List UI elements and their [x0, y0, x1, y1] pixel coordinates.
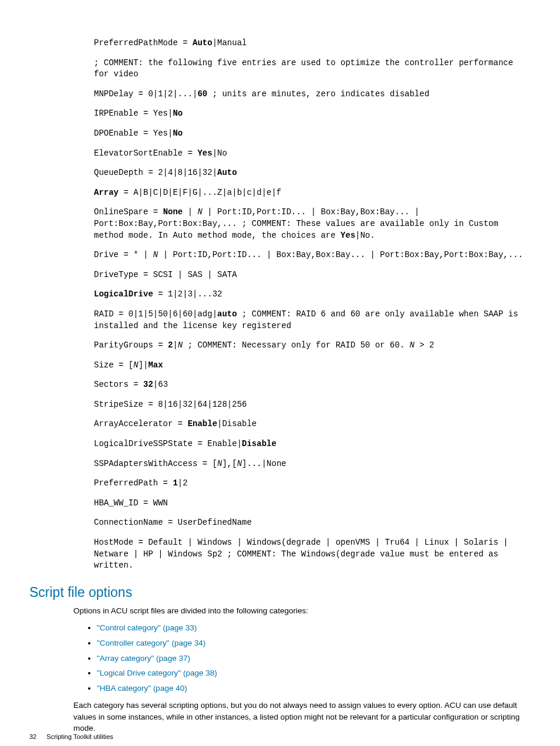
link-hba-category[interactable]: "HBA category" (page 40) [97, 684, 187, 693]
code-line: IRPEnable = Yes|No [94, 108, 531, 120]
category-link-list: "Control category" (page 33) "Controller… [73, 622, 531, 694]
list-item: "Controller category" (page 34) [97, 637, 531, 649]
code-line: PreferredPathMode = Auto|Manual [94, 38, 531, 49]
code-line: ElevatorSortEnable = Yes|No [94, 148, 531, 160]
list-item: "HBA category" (page 40) [97, 683, 531, 694]
code-line: Array = A|B|C|D|E|F|G|...Z|a|b|c|d|e|f [94, 187, 531, 199]
code-line: HBA_WW_ID = WWN [94, 498, 531, 509]
code-line: StripeSize = 8|16|32|64|128|256 [94, 399, 531, 411]
page: PreferredPathMode = Auto|Manual ; COMMEN… [0, 0, 560, 746]
link-array-category[interactable]: "Array category" (page 37) [97, 654, 190, 663]
code-line: DriveType = SCSI | SAS | SATA [94, 269, 531, 281]
code-line: ; COMMENT: the following five entries ar… [94, 58, 531, 80]
link-control-category[interactable]: "Control category" (page 33) [97, 623, 197, 632]
intro-paragraph: Options in ACU script files are divided … [73, 605, 531, 617]
code-line: HostMode = Default | Windows | Windows(d… [94, 537, 531, 572]
code-line: Drive = * | N | Port:ID,Port:ID... | Box… [94, 249, 531, 261]
list-item: "Control category" (page 33) [97, 622, 531, 634]
code-line: ConnectionName = UserDefinedName [94, 517, 531, 529]
code-listing: PreferredPathMode = Auto|Manual ; COMMEN… [94, 38, 531, 572]
page-number: 32 [29, 733, 36, 740]
list-item: "Array category" (page 37) [97, 653, 531, 664]
code-line: PreferredPath = 1|2 [94, 478, 531, 490]
link-logical-drive-category[interactable]: "Logical Drive category" (page 38) [97, 669, 217, 677]
code-line: QueueDepth = 2|4|8|16|32|Auto [94, 167, 531, 179]
code-line: LogicalDrive = 1|2|3|...32 [94, 289, 531, 301]
code-line: ParityGroups = 2|N ; COMMENT: Necessary … [94, 340, 531, 352]
footer-title: Scripting Toolkit utilities [46, 733, 113, 740]
list-item: "Logical Drive category" (page 38) [97, 667, 531, 679]
outro-paragraph: Each category has several scripting opti… [73, 700, 531, 734]
code-line: RAID = 0|1|5|50|6|60|adg|auto ; COMMENT:… [94, 309, 531, 332]
body-text: Options in ACU script files are divided … [73, 605, 531, 734]
code-line: MNPDelay = 0|1|2|...|60 ; units are minu… [94, 89, 531, 100]
code-line: Sectors = 32|63 [94, 379, 531, 391]
code-line: Size = [N]|Max [94, 360, 531, 372]
code-line: ArrayAccelerator = Enable|Disable [94, 418, 531, 430]
page-footer: 32 Scripting Toolkit utilities [29, 733, 113, 740]
code-line: OnlineSpare = None | N | Port:ID,Port:ID… [94, 207, 531, 241]
code-line: DPOEnable = Yes|No [94, 128, 531, 140]
link-controller-category[interactable]: "Controller category" (page 34) [97, 639, 205, 647]
code-line: LogicalDriveSSPState = Enable|Disable [94, 438, 531, 450]
code-line: SSPAdaptersWithAccess = [N],[N]...|None [94, 458, 531, 470]
section-heading: Script file options [29, 585, 531, 600]
